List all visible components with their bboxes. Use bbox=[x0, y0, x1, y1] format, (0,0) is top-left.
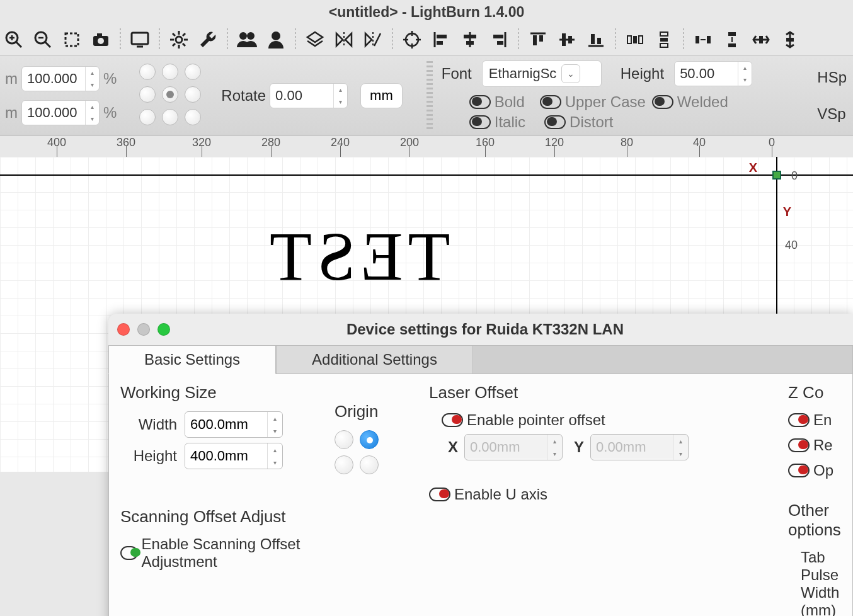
chevron-down-icon[interactable]: ▾ bbox=[268, 456, 282, 469]
zoom-out-icon[interactable] bbox=[29, 26, 57, 54]
separator bbox=[683, 28, 684, 51]
move-v-icon[interactable] bbox=[776, 26, 804, 54]
align-top-icon[interactable] bbox=[524, 26, 552, 54]
origin-bl[interactable] bbox=[335, 455, 353, 474]
z-re-toggle[interactable] bbox=[788, 438, 810, 452]
chevron-down-icon[interactable]: ▾ bbox=[86, 79, 99, 91]
users-icon[interactable] bbox=[233, 26, 261, 54]
anchor-bc[interactable] bbox=[162, 109, 178, 125]
gear-icon[interactable] bbox=[165, 26, 193, 54]
align-center-h-icon[interactable] bbox=[456, 26, 484, 54]
enable-pointer-toggle[interactable] bbox=[442, 413, 463, 427]
upper-toggle[interactable]: Upper Case bbox=[540, 93, 646, 111]
zoom-in-icon[interactable] bbox=[0, 26, 28, 54]
chevron-up-icon[interactable]: ▴ bbox=[268, 412, 282, 425]
anchor-mc[interactable] bbox=[162, 86, 178, 103]
working-size-title: Working Size bbox=[120, 383, 328, 402]
align-center-v-icon[interactable] bbox=[553, 26, 581, 54]
unit-y-label: m bbox=[5, 104, 18, 122]
anchor-tc[interactable] bbox=[162, 64, 178, 80]
chevron-down-icon[interactable]: ⌄ bbox=[561, 64, 580, 83]
chevron-down-icon[interactable]: ▾ bbox=[547, 447, 562, 460]
tab-additional[interactable]: Additional Settings bbox=[276, 345, 473, 374]
rotate-input[interactable]: ▴▾ bbox=[270, 83, 348, 108]
chevron-up-icon[interactable]: ▴ bbox=[738, 62, 752, 74]
align-left-icon[interactable] bbox=[427, 26, 455, 54]
x-axis-label: X bbox=[749, 161, 757, 175]
chevron-down-icon[interactable]: ▾ bbox=[673, 447, 688, 460]
camera-icon[interactable] bbox=[87, 26, 115, 54]
canvas-text-object[interactable]: TEST bbox=[265, 217, 450, 297]
chevron-up-icon[interactable]: ▴ bbox=[673, 435, 688, 447]
zoom-window-icon[interactable] bbox=[157, 323, 170, 336]
tab-basic[interactable]: Basic Settings bbox=[108, 345, 276, 374]
layers-icon[interactable] bbox=[301, 26, 329, 54]
anchor-bl[interactable] bbox=[139, 109, 156, 125]
frame-selection-icon[interactable] bbox=[58, 26, 86, 54]
chevron-up-icon[interactable]: ▴ bbox=[86, 101, 99, 113]
chevron-up-icon[interactable]: ▴ bbox=[268, 443, 282, 456]
align-right-icon[interactable] bbox=[485, 26, 513, 54]
mirror-h-icon[interactable] bbox=[330, 26, 358, 54]
align-bottom-icon[interactable] bbox=[582, 26, 610, 54]
move-h-icon[interactable] bbox=[747, 26, 775, 54]
ruler-label: 120 bbox=[545, 136, 564, 149]
origin-title: Origin bbox=[335, 402, 423, 421]
distort-toggle[interactable]: Distort bbox=[544, 113, 613, 131]
ruler-label: 160 bbox=[476, 136, 495, 149]
z-op-toggle[interactable] bbox=[788, 464, 810, 477]
anchor-tl[interactable] bbox=[139, 64, 156, 80]
bold-toggle[interactable]: Bold bbox=[469, 93, 525, 111]
space-h-icon[interactable] bbox=[689, 26, 717, 54]
anchor-br[interactable] bbox=[185, 109, 201, 125]
chevron-up-icon[interactable]: ▴ bbox=[334, 84, 347, 96]
close-icon[interactable] bbox=[117, 323, 130, 336]
z-en-toggle[interactable] bbox=[788, 413, 810, 427]
target-icon[interactable] bbox=[398, 26, 426, 54]
x-offset-input[interactable]: ▴▾ bbox=[464, 434, 563, 460]
anchor-mr[interactable] bbox=[185, 86, 201, 103]
origin-tl[interactable] bbox=[335, 430, 353, 449]
chevron-down-icon[interactable]: ▾ bbox=[86, 113, 99, 125]
svg-rect-47 bbox=[533, 35, 537, 45]
distribute-h-icon[interactable] bbox=[621, 26, 649, 54]
chevron-up-icon[interactable]: ▴ bbox=[86, 67, 99, 79]
units-button[interactable]: mm bbox=[360, 83, 403, 108]
separator bbox=[518, 28, 519, 51]
anchor-ml[interactable] bbox=[139, 86, 156, 103]
font-height-input[interactable]: ▴▾ bbox=[674, 61, 752, 86]
chevron-up-icon[interactable]: ▴ bbox=[547, 435, 562, 447]
chevron-down-icon[interactable]: ▾ bbox=[334, 96, 347, 108]
svg-marker-26 bbox=[336, 33, 343, 46]
italic-toggle[interactable]: Italic bbox=[469, 113, 525, 131]
origin-tr[interactable] bbox=[360, 430, 379, 449]
origin-br[interactable] bbox=[360, 455, 379, 474]
enable-u-toggle[interactable] bbox=[429, 488, 450, 501]
anchor-grid[interactable] bbox=[139, 64, 203, 128]
enable-scanning-toggle[interactable] bbox=[120, 546, 138, 560]
scale-y-input[interactable]: ▴▾ bbox=[21, 100, 100, 125]
height-input[interactable]: ▴▾ bbox=[185, 443, 283, 469]
svg-rect-10 bbox=[97, 33, 102, 37]
vspace-label: VSp bbox=[817, 105, 847, 123]
chevron-down-icon[interactable]: ▾ bbox=[268, 425, 282, 437]
anchor-tr[interactable] bbox=[185, 64, 201, 80]
mirror-v-icon[interactable] bbox=[359, 26, 387, 54]
dialog-titlebar[interactable]: Device settings for Ruida KT332N LAN bbox=[108, 314, 853, 345]
scale-x-input[interactable]: ▴▾ bbox=[21, 66, 100, 91]
width-input[interactable]: ▴▾ bbox=[185, 411, 283, 438]
user-icon[interactable] bbox=[262, 26, 290, 54]
distribute-v-icon[interactable] bbox=[650, 26, 678, 54]
chevron-down-icon[interactable]: ▾ bbox=[738, 74, 752, 86]
height-label: Height bbox=[621, 65, 664, 83]
svg-rect-68 bbox=[759, 36, 763, 43]
space-v-icon[interactable] bbox=[718, 26, 746, 54]
welded-toggle[interactable]: Welded bbox=[652, 93, 728, 111]
minimize-icon[interactable] bbox=[137, 323, 150, 336]
origin-selector[interactable] bbox=[335, 430, 423, 474]
y-offset-input[interactable]: ▴▾ bbox=[590, 434, 689, 460]
monitor-icon[interactable] bbox=[126, 26, 154, 54]
font-combo[interactable]: EtharnigSc ⌄ bbox=[482, 60, 602, 87]
wrench-icon[interactable] bbox=[194, 26, 222, 54]
svg-marker-27 bbox=[345, 33, 352, 46]
